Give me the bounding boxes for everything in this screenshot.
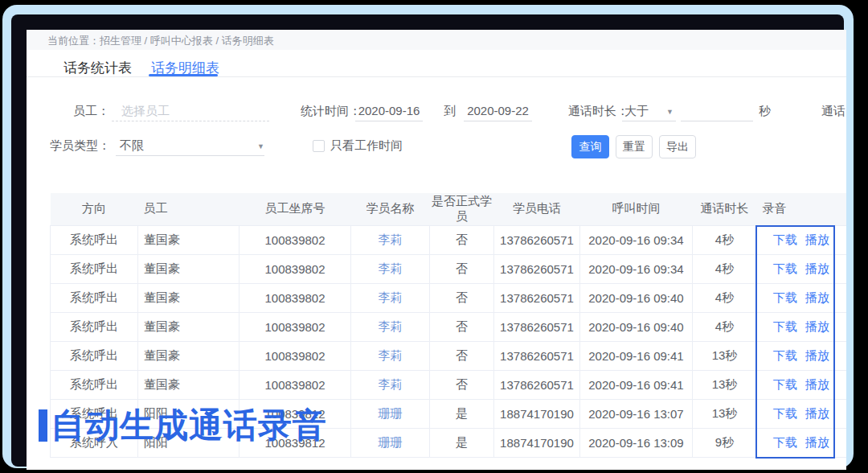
play-link[interactable]: 播放	[805, 406, 829, 420]
phone-cell: 13786260571	[494, 283, 580, 312]
table-row: 系统呼出董国豪100839802李莉否137862605712020-09-16…	[51, 225, 847, 254]
duration-cell: 9秒	[693, 428, 757, 457]
date-to-input[interactable]: 2020-09-22	[464, 104, 532, 117]
play-link[interactable]: 播放	[805, 435, 829, 449]
phone-cell: 13786260571	[494, 312, 580, 341]
student-name-link[interactable]: 珊珊	[379, 406, 403, 420]
student-name-link[interactable]: 李莉	[379, 377, 403, 391]
call-time-cell: 2020-09-16 09:41	[580, 341, 693, 370]
date-to-underline	[464, 121, 532, 121]
download-link[interactable]: 下载	[773, 261, 797, 275]
employee-select-placeholder[interactable]: 选择员工	[121, 104, 170, 119]
duration-filter-label: 通话时长：	[568, 104, 628, 119]
table-row: 系统呼出董国豪100839802李莉否137862605712020-09-16…	[51, 283, 847, 312]
phone-cell: 13786260571	[494, 254, 580, 283]
work-time-checkbox[interactable]	[313, 140, 325, 152]
phone-cell: 13786260571	[494, 370, 580, 399]
student-type-underline	[116, 155, 264, 156]
table-row: 系统呼出董国豪100839802李莉否137862605712020-09-16…	[51, 370, 847, 399]
student-name-link[interactable]: 珊珊	[379, 435, 403, 449]
table-row: 系统呼出董国豪100839802李莉否137862605712020-09-16…	[51, 254, 847, 283]
stat-time-filter-label: 统计时间：	[301, 104, 361, 119]
tab-call-statistics[interactable]: 话务统计表	[63, 59, 132, 77]
call-time-cell: 2020-09-16 09:34	[580, 254, 693, 283]
student-cell: 李莉	[351, 283, 430, 312]
student-cell: 李莉	[351, 370, 430, 399]
column-header: 学员名称	[351, 193, 430, 225]
watermark-caption: 自动生成通话录音	[39, 403, 327, 448]
student-name-link[interactable]: 李莉	[379, 261, 403, 275]
phone-cell: 13786260571	[494, 225, 580, 254]
play-link[interactable]: 播放	[805, 261, 829, 275]
phone-cell: 18874170190	[494, 428, 580, 457]
duration-cell: 13秒	[693, 370, 757, 399]
play-link[interactable]: 播放	[805, 290, 829, 304]
direction-cell: 系统呼出	[51, 341, 138, 370]
date-from-underline	[355, 121, 423, 121]
recording-cell: 下载播放	[757, 370, 847, 399]
employee-cell: 董国豪	[138, 283, 240, 312]
play-link[interactable]: 播放	[805, 232, 829, 246]
call-time-cell: 2020-09-16 09:34	[580, 225, 693, 254]
duration-operator-select[interactable]: 大于	[624, 104, 649, 119]
export-button[interactable]: 导出	[659, 135, 696, 158]
date-from-input[interactable]: 2020-09-16	[355, 104, 423, 117]
student-name-link[interactable]: 李莉	[379, 232, 403, 246]
is-formal-cell: 是	[430, 428, 494, 457]
duration-unit-label: 秒	[759, 104, 771, 119]
chevron-down-icon: ▼	[257, 142, 264, 150]
call-time-cell: 2020-09-16 09:40	[580, 312, 693, 341]
watermark-bar-icon	[39, 409, 47, 442]
direction-cell: 系统呼出	[51, 370, 138, 399]
download-link[interactable]: 下载	[773, 377, 797, 391]
recording-cell: 下载播放	[757, 399, 847, 428]
seat-no-cell: 100839802	[240, 370, 351, 399]
duration-cell: 13秒	[693, 399, 757, 428]
column-header: 员工	[138, 193, 240, 225]
student-type-select[interactable]: 不限	[120, 138, 144, 154]
work-time-checkbox-label: 只看工作时间	[330, 138, 403, 154]
recording-cell: 下载播放	[757, 225, 847, 254]
student-name-link[interactable]: 李莉	[379, 348, 403, 362]
student-type-filter-label: 学员类型：	[50, 138, 110, 154]
play-link[interactable]: 播放	[805, 319, 829, 333]
employee-cell: 董国豪	[138, 312, 240, 341]
recording-cell: 下载播放	[757, 341, 847, 370]
download-link[interactable]: 下载	[773, 232, 797, 246]
is-formal-cell: 否	[430, 254, 494, 283]
employee-cell: 董国豪	[138, 225, 240, 254]
student-cell: 李莉	[351, 341, 430, 370]
student-name-link[interactable]: 李莉	[379, 290, 403, 304]
duration-cell: 4秒	[693, 312, 757, 341]
tabs-divider	[27, 76, 846, 77]
employee-filter-label: 员工：	[73, 104, 109, 119]
play-link[interactable]: 播放	[805, 348, 829, 362]
is-formal-cell: 否	[430, 370, 494, 399]
is-formal-cell: 否	[430, 283, 494, 312]
reset-button[interactable]: 重置	[616, 135, 653, 158]
direction-cell: 系统呼出	[51, 225, 138, 254]
employee-cell: 董国豪	[138, 254, 240, 283]
student-name-link[interactable]: 李莉	[379, 319, 403, 333]
is-formal-cell: 否	[430, 312, 494, 341]
phone-cell: 13786260571	[494, 341, 580, 370]
download-link[interactable]: 下载	[773, 319, 797, 333]
seat-no-cell: 100839802	[240, 225, 351, 254]
column-header: 录音	[757, 193, 847, 225]
download-link[interactable]: 下载	[773, 348, 797, 362]
download-link[interactable]: 下载	[773, 435, 797, 449]
date-range-to-label: 到	[444, 104, 456, 119]
clipped-filter-label: 通话	[821, 104, 845, 119]
student-cell: 李莉	[351, 225, 430, 254]
duration-cell: 4秒	[693, 254, 757, 283]
download-link[interactable]: 下载	[773, 406, 797, 420]
direction-cell: 系统呼出	[51, 254, 138, 283]
table-header-row: 方向员工员工坐席号学员名称是否正式学员学员电话呼叫时间通话时长录音	[51, 193, 847, 225]
is-formal-cell: 是	[430, 399, 494, 428]
column-header: 通话时长	[693, 193, 757, 225]
recording-cell: 下载播放	[757, 312, 847, 341]
query-button[interactable]: 查询	[571, 135, 609, 158]
employee-cell: 董国豪	[138, 370, 240, 399]
play-link[interactable]: 播放	[805, 377, 829, 391]
download-link[interactable]: 下载	[773, 290, 797, 304]
